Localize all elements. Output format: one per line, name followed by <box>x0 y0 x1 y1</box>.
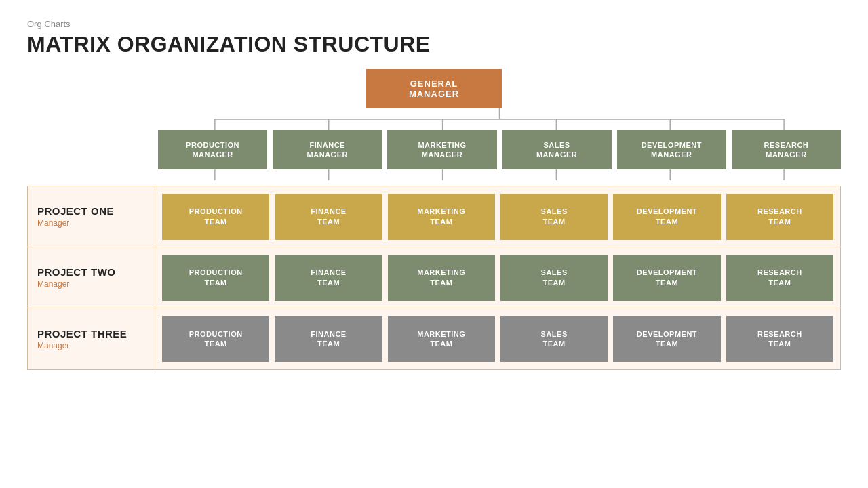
manager-finance: FINANCEMANAGER <box>273 130 382 169</box>
project-two-row: PROJECT TWO Manager PRODUCTIONTEAM FINAN… <box>28 247 840 308</box>
p1-production-team: PRODUCTIONTEAM <box>162 194 269 240</box>
p2-marketing-team: MARKETINGTEAM <box>388 255 495 301</box>
p3-finance-team: FINANCETEAM <box>275 316 382 362</box>
managers-row: PRODUCTIONMANAGER FINANCEMANAGER MARKETI… <box>158 130 841 169</box>
project-two-name: PROJECT TWO <box>37 266 145 278</box>
manager-production: PRODUCTIONMANAGER <box>158 130 267 169</box>
p3-sales-team: SALESTEAM <box>500 316 608 362</box>
project-three-row: PROJECT THREE Manager PRODUCTIONTEAM FIN… <box>28 308 840 369</box>
p3-research-team: RESEARCHTEAM <box>726 316 833 362</box>
connector-svg <box>158 108 841 130</box>
p3-marketing-team: MARKETINGTEAM <box>388 316 495 362</box>
project-three-sub: Manager <box>37 341 145 350</box>
project-three-teams: PRODUCTIONTEAM FINANCETEAM MARKETINGTEAM… <box>155 308 840 369</box>
page: Org Charts MATRIX ORGANIZATION STRUCTURE… <box>0 0 868 488</box>
project-one-name: PROJECT ONE <box>37 205 145 217</box>
general-manager-box: GENERAL MANAGER <box>366 69 502 108</box>
p1-research-team: RESEARCHTEAM <box>726 194 833 240</box>
top-connector-area <box>158 108 841 130</box>
p1-sales-team: SALESTEAM <box>500 194 608 240</box>
mid-connector-area <box>158 169 841 180</box>
project-two-label: PROJECT TWO Manager <box>28 247 155 308</box>
manager-sales: SALESMANAGER <box>502 130 612 169</box>
project-two-sub: Manager <box>37 279 145 289</box>
manager-research: RESEARCHMANAGER <box>732 130 841 169</box>
manager-marketing: MARKETINGMANAGER <box>387 130 496 169</box>
project-one-row: PROJECT ONE Manager PRODUCTIONTEAM FINAN… <box>28 186 840 247</box>
project-three-name: PROJECT THREE <box>37 328 145 340</box>
project-two-teams: PRODUCTIONTEAM FINANCETEAM MARKETINGTEAM… <box>155 247 840 308</box>
project-one-teams: PRODUCTIONTEAM FINANCETEAM MARKETINGTEAM… <box>155 186 840 247</box>
p2-production-team: PRODUCTIONTEAM <box>162 255 269 301</box>
mid-connector-svg <box>158 169 841 180</box>
managers-section: PRODUCTIONMANAGER FINANCEMANAGER MARKETI… <box>158 130 841 169</box>
p1-finance-team: FINANCETEAM <box>275 194 382 240</box>
p2-research-team: RESEARCHTEAM <box>726 255 833 301</box>
project-one-label: PROJECT ONE Manager <box>28 186 155 247</box>
chart-area: GENERAL MANAGER PRODUCTIONMANAGER <box>27 69 841 370</box>
p2-sales-team: SALESTEAM <box>500 255 608 301</box>
p2-finance-team: FINANCETEAM <box>275 255 382 301</box>
manager-development: DEVELOPMENTMANAGER <box>617 130 726 169</box>
project-three-label: PROJECT THREE Manager <box>28 308 155 369</box>
p3-development-team: DEVELOPMENTTEAM <box>613 316 720 362</box>
gm-row: GENERAL MANAGER <box>27 69 841 108</box>
subtitle: Org Charts <box>27 19 841 29</box>
main-title: MATRIX ORGANIZATION STRUCTURE <box>27 32 841 57</box>
p2-development-team: DEVELOPMENTTEAM <box>613 255 720 301</box>
p3-production-team: PRODUCTIONTEAM <box>162 316 269 362</box>
p1-marketing-team: MARKETINGTEAM <box>388 194 495 240</box>
p1-development-team: DEVELOPMENTTEAM <box>613 194 720 240</box>
projects-container: PROJECT ONE Manager PRODUCTIONTEAM FINAN… <box>27 186 841 370</box>
project-one-sub: Manager <box>37 218 145 228</box>
